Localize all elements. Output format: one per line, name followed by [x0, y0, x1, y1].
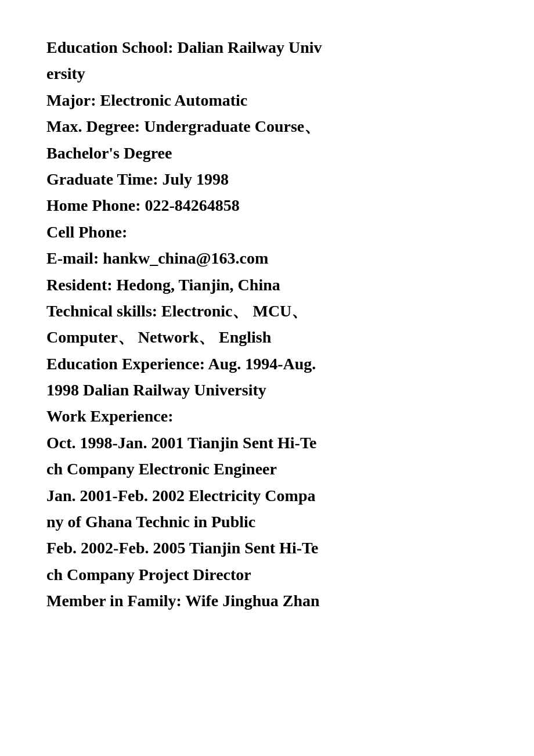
resume-line-5: Graduate Time: July 1998: [46, 167, 488, 192]
resume-body: Education School: Dalian Railway Univers…: [46, 35, 488, 614]
resume-line-13: 1998 Dalian Railway University: [46, 377, 488, 402]
resume-line-11: Computer、 Network、 English: [46, 325, 488, 350]
resume-line-20: ch Company Project Director: [46, 562, 488, 587]
resume-line-6: Home Phone: 022-84264858: [46, 193, 488, 218]
resume-line-16: ch Company Electronic Engineer: [46, 456, 488, 481]
page-content: Education School: Dalian Railway Univers…: [0, 0, 534, 650]
resume-line-3: Max. Degree: Undergraduate Course、: [46, 114, 488, 139]
resume-line-18: ny of Ghana Technic in Public: [46, 509, 488, 534]
resume-line-19: Feb. 2002-Feb. 2005 Tianjin Sent Hi-Te: [46, 535, 488, 560]
resume-line-12: Education Experience: Aug. 1994-Aug.: [46, 351, 488, 376]
resume-line-21: Member in Family: Wife Jinghua Zhan: [46, 588, 488, 613]
resume-line-4: Bachelor's Degree: [46, 141, 488, 165]
resume-line-9: Resident: Hedong, Tianjin, China: [46, 272, 488, 297]
resume-line-15: Oct. 1998-Jan. 2001 Tianjin Sent Hi-Te: [46, 430, 488, 455]
resume-line-17: Jan. 2001-Feb. 2002 Electricity Compa: [46, 483, 488, 508]
resume-line-0: Education School: Dalian Railway Univ: [46, 35, 488, 60]
resume-line-8: E-mail: hankw_china@163.com: [46, 246, 488, 271]
resume-line-2: Major: Electronic Automatic: [46, 88, 488, 113]
resume-line-14: Work Experience:: [46, 404, 488, 429]
resume-line-1: ersity: [46, 61, 488, 86]
resume-line-10: Technical skills: Electronic、 MCU、: [46, 298, 488, 323]
resume-line-7: Cell Phone:: [46, 219, 488, 244]
